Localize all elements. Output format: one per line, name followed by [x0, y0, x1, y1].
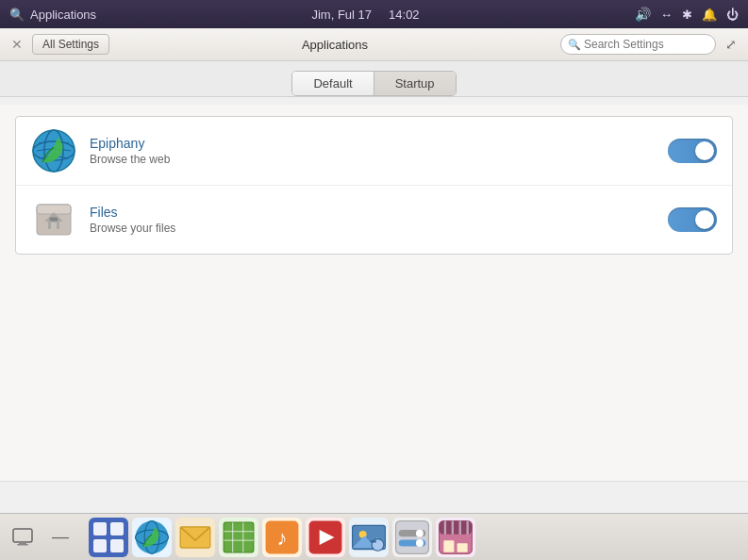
svg-rect-12 — [93, 522, 107, 535]
taskbar-epiphany-icon[interactable] — [132, 518, 172, 557]
files-name: Files — [90, 205, 655, 220]
window-bar: ✕ All Settings Applications 🔍 ⤢ — [0, 28, 748, 61]
search-input[interactable] — [560, 34, 716, 55]
files-toggle[interactable] — [668, 207, 717, 232]
tabs-group: Default Startup — [291, 71, 456, 96]
bluetooth-icon[interactable]: ✱ — [682, 8, 692, 22]
svg-rect-34 — [396, 520, 429, 553]
power-icon[interactable]: ⏻ — [726, 8, 739, 22]
epiphany-icon — [31, 128, 76, 173]
close-button[interactable]: ✕ — [8, 35, 26, 54]
tab-default[interactable]: Default — [292, 72, 374, 95]
bell-icon[interactable]: 🔔 — [702, 8, 717, 22]
taskbar-mail-icon[interactable] — [175, 518, 215, 557]
system-topbar: 🔍 Applications Jim, Ful 17 14:02 🔊 ↔ ✱ 🔔… — [0, 0, 748, 28]
svg-rect-11 — [17, 544, 28, 546]
topbar-left: 🔍 Applications — [9, 8, 96, 22]
files-desc: Browse your files — [90, 222, 655, 235]
taskbar: — — [0, 513, 748, 560]
taskbar-grid-icon[interactable] — [89, 518, 128, 557]
time-label: 14:02 — [389, 8, 420, 22]
svg-rect-7 — [51, 222, 57, 229]
taskbar-music-icon[interactable]: ♪ — [262, 518, 302, 557]
epiphany-info: Epiphany Browse the web — [90, 136, 655, 166]
app-item-epiphany: Epiphany Browse the web — [16, 117, 732, 186]
epiphany-name: Epiphany — [90, 136, 655, 151]
tabs-bar: Default Startup — [0, 61, 748, 97]
taskbar-spreadsheet-icon[interactable] — [219, 518, 258, 557]
svg-text:♪: ♪ — [276, 525, 287, 549]
search-icon-small: 🔍 — [568, 39, 581, 51]
svg-rect-15 — [110, 539, 124, 552]
files-info: Files Browse your files — [90, 205, 655, 235]
epiphany-toggle[interactable] — [668, 139, 717, 163]
expand-button[interactable]: ⤢ — [722, 35, 740, 54]
taskbar-appstore-icon[interactable] — [436, 518, 475, 557]
topbar-center: Jim, Ful 17 14:02 — [311, 8, 419, 22]
search-icon: 🔍 — [9, 8, 25, 22]
svg-rect-20 — [224, 522, 254, 552]
taskbar-settings-toggle-icon[interactable] — [392, 518, 432, 557]
user-date-label: Jim, Ful 17 — [311, 8, 372, 22]
arrows-icon[interactable]: ↔ — [660, 8, 673, 22]
epiphany-desc: Browse the web — [90, 153, 655, 166]
taskbar-left: — — [6, 520, 77, 554]
svg-rect-33 — [371, 540, 376, 542]
files-icon — [31, 197, 76, 242]
svg-rect-45 — [443, 540, 454, 552]
screen-icon-btn[interactable] — [6, 520, 40, 554]
app-item-files: Files Browse your files — [16, 186, 732, 254]
svg-rect-8 — [50, 218, 58, 221]
volume-icon[interactable]: 🔊 — [635, 7, 651, 22]
svg-rect-13 — [110, 522, 124, 535]
svg-point-36 — [416, 529, 424, 536]
taskbar-video-icon[interactable] — [306, 518, 345, 557]
svg-point-38 — [416, 538, 424, 546]
search-wrapper: 🔍 — [560, 34, 716, 55]
app-name-label: Applications — [30, 8, 96, 22]
tab-startup[interactable]: Startup — [374, 72, 456, 95]
taskbar-photos-icon[interactable] — [349, 518, 389, 557]
svg-rect-10 — [19, 542, 26, 544]
minus-icon-btn[interactable]: — — [43, 520, 77, 554]
svg-rect-14 — [93, 539, 107, 552]
svg-rect-9 — [13, 529, 32, 542]
topbar-right: 🔊 ↔ ✱ 🔔 ⏻ — [635, 7, 739, 22]
svg-rect-46 — [457, 543, 468, 552]
taskbar-app-icons: ♪ — [89, 518, 475, 557]
app-list: Epiphany Browse the web Fil — [15, 116, 733, 255]
content-area: Epiphany Browse the web Fil — [0, 105, 748, 482]
window-title: Applications — [115, 38, 555, 52]
all-settings-button[interactable]: All Settings — [32, 34, 109, 55]
